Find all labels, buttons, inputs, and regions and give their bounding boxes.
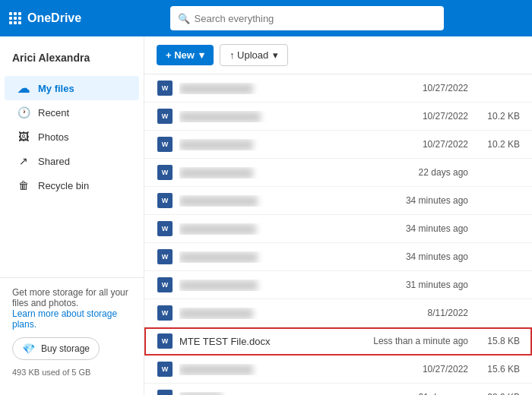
file-icon: W [157,164,173,181]
file-date: 10/27/2022 [347,139,468,150]
word-doc-icon: W [157,277,173,292]
storage-learn-link[interactable]: Learn more about storage plans. [12,308,117,330]
storage-promo-text: Get more storage for all your files and … [12,287,131,308]
word-doc-icon: W [157,249,173,264]
file-date: 34 minutes ago [347,251,468,262]
sidebar-item-shared[interactable]: ↗ Shared [5,149,139,173]
toolbar: + New ▾ ↑ Upload ▾ [144,36,532,74]
sidebar-item-photos[interactable]: 🖼 Photos [5,125,139,149]
main-layout: Arici Alexandra ☁ My files 🕐 Recent 🖼 Ph… [0,36,532,395]
file-name: s████████.docx [179,195,340,207]
file-icon: W [157,80,173,96]
word-doc-icon: W [157,305,173,321]
word-doc-icon: W [157,333,173,349]
sidebar: Arici Alexandra ☁ My files 🕐 Recent 🖼 Ph… [0,36,144,395]
new-button-label: + New [166,49,195,61]
word-doc-icon: W [157,362,173,377]
content-area: + New ▾ ↑ Upload ▾ W████████.docx10/27/2… [144,36,532,395]
image-icon: 🖼 [17,130,30,144]
file-size: 20.9 KB [474,392,520,395]
table-row[interactable]: W████████.docx10/27/2022 [144,74,532,103]
file-name: s████████.docx [179,251,340,263]
table-row[interactable]: W████████.docx10/27/202215.6 KB [144,356,532,384]
file-name: ████████.docx [179,308,340,319]
sidebar-item-label: Shared [38,156,70,167]
buy-storage-label: Buy storage [41,343,90,354]
upload-button-label: ↑ Upload [230,49,268,61]
sidebar-item-label: Photos [38,131,68,143]
search-input[interactable] [195,13,436,24]
file-icon: W [157,276,173,293]
file-name: ████████.docx [179,364,340,375]
upload-button[interactable]: ↑ Upload ▾ [220,44,288,66]
file-date: 10/27/2022 [347,364,468,374]
new-chevron-icon: ▾ [199,49,204,61]
file-date: Less than a minute ago [347,336,468,346]
word-doc-icon: W [157,390,173,395]
app-logo: OneDrive [9,11,81,25]
sidebar-item-label: My files [38,83,74,94]
file-icon: W [157,389,173,395]
file-name: ████████ 3.docx [179,111,340,122]
file-size: 15.8 KB [474,336,520,346]
table-row[interactable]: W████████.docx10/27/202210.2 KB [144,131,532,159]
upload-chevron-icon: ▾ [273,49,278,61]
clock-icon: 🕐 [17,106,30,119]
buy-storage-button[interactable]: 💎 Buy storage [12,337,100,360]
word-doc-icon: W [157,137,173,152]
file-name: MTE TEST File.docx [179,336,340,347]
file-icon: W [157,108,173,125]
file-name: s███████?.docx [179,223,340,235]
file-icon: W [157,192,173,209]
sidebar-item-recent[interactable]: 🕐 Recent [5,100,139,125]
file-date: 10/27/2022 [347,111,468,122]
table-row[interactable]: W████████.docx8/11/2022 [144,299,532,327]
sidebar-bottom: Get more storage for all your files and … [0,277,144,386]
diamond-icon: 💎 [22,343,35,355]
trash-icon: 🗑 [17,179,30,192]
file-icon: W [157,305,173,321]
sidebar-item-my-files[interactable]: ☁ My files [5,76,139,100]
file-date: 10/27/2022 [347,83,468,93]
table-row[interactable]: WMTE TEST File.docxLess than a minute ag… [144,327,532,356]
word-doc-icon: W [157,193,173,208]
table-row[interactable]: Ws███████?.docx34 minutes ago [144,215,532,243]
file-date: 34 minutes ago [347,195,468,206]
file-icon: W [157,220,173,237]
file-icon: W [157,333,173,349]
file-size: 10.2 KB [474,111,520,122]
table-row[interactable]: W████████ 3.docx10/27/202210.2 KB [144,103,532,131]
word-doc-icon: W [157,221,173,236]
word-doc-icon: W [157,165,173,180]
waffle-icon[interactable] [9,12,21,24]
file-list: W████████.docx10/27/2022W████████ 3.docx… [144,74,532,395]
sidebar-item-recycle-bin[interactable]: 🗑 Recycle bin [5,173,139,198]
search-icon: 🔍 [178,13,190,24]
file-name: s████████.docx [179,280,340,291]
table-row[interactable]: W████████.docx22 days ago [144,159,532,187]
file-date: 31 minutes ago [347,280,468,290]
table-row[interactable]: Ws████████.docx34 minutes ago [144,187,532,215]
app-name: OneDrive [27,11,81,25]
file-icon: W [157,136,173,153]
storage-usage: 493 KB used of 5 GB [12,368,131,377]
file-size: 10.2 KB [474,139,520,150]
word-doc-icon: W [157,81,173,96]
table-row[interactable]: Ws████████.docx31 minutes ago [144,271,532,299]
sidebar-user: Arici Alexandra [0,46,144,76]
file-date: 8/11/2022 [347,308,468,318]
cloud-icon: ☁ [17,81,30,95]
search-bar[interactable]: 🔍 [170,6,444,30]
table-row[interactable]: Ws████████.docx34 minutes ago [144,243,532,271]
file-icon: W [157,248,173,265]
file-name: ████████.docx [179,83,340,94]
file-name: ████████.docx [179,167,340,179]
file-date: 34 minutes ago [347,223,468,234]
file-date: 22 days ago [347,167,468,178]
sidebar-item-label: Recycle bin [38,180,89,191]
new-button[interactable]: + New ▾ [157,45,214,65]
topbar: OneDrive 🔍 [0,0,532,36]
word-doc-icon: W [157,109,173,124]
file-name: ██ 2.docx [179,392,340,396]
table-row[interactable]: W██ 2.docx21 days ago20.9 KB [144,384,532,395]
